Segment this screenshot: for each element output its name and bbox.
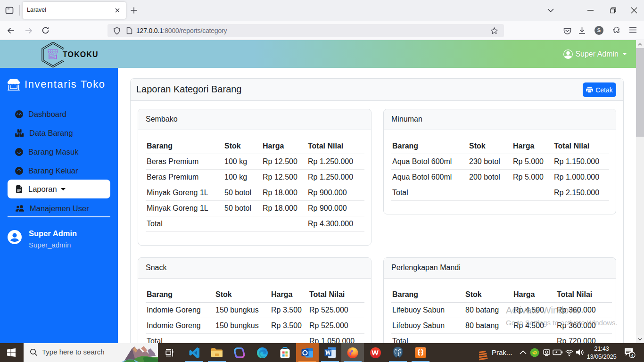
svg-text:4: 4 — [631, 353, 633, 358]
